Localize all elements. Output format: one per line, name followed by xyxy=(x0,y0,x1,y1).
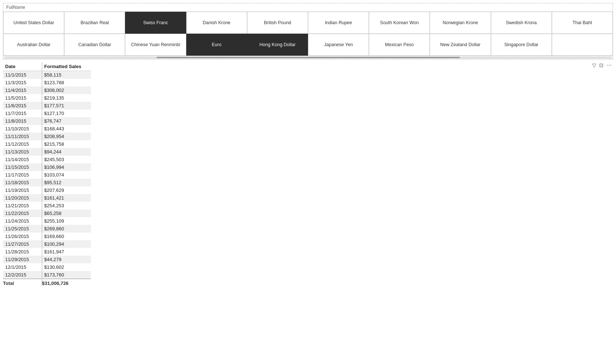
total-row: Total $31,006,726 xyxy=(3,279,91,286)
slicer-cell-4[interactable]: British Pound xyxy=(247,12,308,34)
table-row: 11/27/2015$100,294 xyxy=(3,240,91,248)
expand-icon[interactable]: ⊡ xyxy=(599,62,604,68)
table-row: 11/4/2015$306,002 xyxy=(3,86,91,94)
cell-date: 11/22/2015 xyxy=(3,209,42,217)
cell-date: 11/20/2015 xyxy=(3,194,42,202)
slicer-header: FullName xyxy=(3,3,613,12)
slicer-cell-19[interactable] xyxy=(552,34,613,56)
cell-date: 11/3/2015 xyxy=(3,79,42,86)
table-row: 11/28/2015$161,947 xyxy=(3,248,91,256)
slicer-grid: United States DollarBrazilian RealSwiss … xyxy=(3,12,613,56)
cell-date: 11/27/2015 xyxy=(3,240,42,248)
slicer-cell-9[interactable]: Thai Baht xyxy=(552,12,613,34)
table-row: 11/20/2015$161,421 xyxy=(3,194,91,202)
total-label: Total xyxy=(3,279,42,286)
slicer-cell-1[interactable]: Brazilian Real xyxy=(64,12,125,34)
table-row: 11/25/2015$269,860 xyxy=(3,225,91,233)
cell-sales: $58,115 xyxy=(42,71,91,79)
cell-sales: $255,109 xyxy=(42,217,91,225)
total-value: $31,006,726 xyxy=(42,279,91,286)
scrollbar-thumb[interactable] xyxy=(157,57,460,58)
cell-sales: $95,512 xyxy=(42,179,91,186)
table-row: 11/15/2015$106,994 xyxy=(3,163,91,171)
cell-sales: $44,279 xyxy=(42,256,91,263)
scrollbar-track[interactable] xyxy=(5,57,611,58)
cell-date: 11/1/2015 xyxy=(3,71,42,79)
table-row: 11/3/2015$123,788 xyxy=(3,79,91,86)
slicer-cell-11[interactable]: Canadian Dollar xyxy=(64,34,125,56)
cell-sales: $161,421 xyxy=(42,194,91,202)
table-row: 11/1/2015$58,115 xyxy=(3,71,91,79)
table-row: 12/1/2015$130,602 xyxy=(3,263,91,271)
cell-date: 11/12/2015 xyxy=(3,140,42,148)
table-container: Date Formatted Sales 11/1/2015$58,11511/… xyxy=(0,62,616,286)
table-row: 11/11/2015$208,954 xyxy=(3,133,91,140)
slicer-cell-0[interactable]: United States Dollar xyxy=(3,12,64,34)
table-row: 12/2/2015$173,760 xyxy=(3,271,91,279)
cell-sales: $173,760 xyxy=(42,271,91,279)
cell-date: 11/26/2015 xyxy=(3,233,42,240)
cell-date: 11/15/2015 xyxy=(3,163,42,171)
slicer-cell-16[interactable]: Mexican Peso xyxy=(369,34,430,56)
cell-sales: $168,443 xyxy=(42,125,91,133)
slicer-cell-17[interactable]: New Zealand Dollar xyxy=(430,34,491,56)
cell-sales: $254,253 xyxy=(42,202,91,209)
table-row: 11/26/2015$169,660 xyxy=(3,233,91,240)
cell-sales: $161,947 xyxy=(42,248,91,256)
slicer-cell-3[interactable]: Danish Krone xyxy=(186,12,247,34)
filter-icon[interactable]: ▽ xyxy=(592,62,596,68)
slicer-cell-5[interactable]: Indian Rupee xyxy=(308,12,369,34)
more-icon[interactable]: ⋯ xyxy=(606,62,612,68)
slicer-cell-14[interactable]: Hong Kong Dollar xyxy=(247,34,308,56)
table-row: 11/29/2015$44,279 xyxy=(3,256,91,263)
cell-sales: $65,258 xyxy=(42,209,91,217)
cell-sales: $215,758 xyxy=(42,140,91,148)
cell-sales: $127,170 xyxy=(42,109,91,117)
table-row: 11/14/2015$245,503 xyxy=(3,156,91,163)
slicer-cell-15[interactable]: Japanese Yen xyxy=(308,34,369,56)
cell-date: 11/24/2015 xyxy=(3,217,42,225)
cell-date: 11/6/2015 xyxy=(3,102,42,109)
cell-date: 11/13/2015 xyxy=(3,148,42,156)
table-row: 11/21/2015$254,253 xyxy=(3,202,91,209)
cell-date: 11/5/2015 xyxy=(3,94,42,102)
table-row: 11/22/2015$65,258 xyxy=(3,209,91,217)
table-row: 11/19/2015$207,629 xyxy=(3,186,91,194)
cell-date: 12/2/2015 xyxy=(3,271,42,279)
slicer-cell-6[interactable]: South Korean Won xyxy=(369,12,430,34)
cell-date: 11/19/2015 xyxy=(3,186,42,194)
cell-sales: $123,788 xyxy=(42,79,91,86)
table-row: 11/7/2015$127,170 xyxy=(3,109,91,117)
cell-sales: $207,629 xyxy=(42,186,91,194)
table-row: 11/10/2015$168,443 xyxy=(3,125,91,133)
slicer-cell-12[interactable]: Chinese Yuan Renminbi xyxy=(125,34,186,56)
slicer-cell-7[interactable]: Norwegian Krone xyxy=(430,12,491,34)
cell-date: 11/18/2015 xyxy=(3,179,42,186)
cell-sales: $100,294 xyxy=(42,240,91,248)
cell-sales: $219,135 xyxy=(42,94,91,102)
cell-sales: $103,074 xyxy=(42,171,91,179)
slicer-cell-18[interactable]: Singapore Dollar xyxy=(491,34,552,56)
slicer-cell-10[interactable]: Australian Dollar xyxy=(3,34,64,56)
cell-sales: $94,244 xyxy=(42,148,91,156)
cell-date: 11/7/2015 xyxy=(3,109,42,117)
cell-date: 11/10/2015 xyxy=(3,125,42,133)
table-row: 11/5/2015$219,135 xyxy=(3,94,91,102)
slicer-scrollbar[interactable] xyxy=(3,56,613,59)
table-row: 11/18/2015$95,512 xyxy=(3,179,91,186)
cell-sales: $245,503 xyxy=(42,156,91,163)
slicer-container: FullName United States DollarBrazilian R… xyxy=(3,3,613,59)
cell-sales: $177,571 xyxy=(42,102,91,109)
table-row: 11/12/2015$215,758 xyxy=(3,140,91,148)
slicer-cell-2[interactable]: Swiss Franc xyxy=(125,12,186,34)
table-row: 11/24/2015$255,109 xyxy=(3,217,91,225)
cell-sales: $130,602 xyxy=(42,263,91,271)
slicer-cell-8[interactable]: Swedish Krona xyxy=(491,12,552,34)
cell-date: 11/28/2015 xyxy=(3,248,42,256)
table-row: 11/17/2015$103,074 xyxy=(3,171,91,179)
cell-sales: $169,660 xyxy=(42,233,91,240)
cell-sales: $76,747 xyxy=(42,117,91,125)
slicer-cell-13[interactable]: Euro xyxy=(186,34,247,56)
cell-sales: $269,860 xyxy=(42,225,91,233)
cell-date: 11/8/2015 xyxy=(3,117,42,125)
